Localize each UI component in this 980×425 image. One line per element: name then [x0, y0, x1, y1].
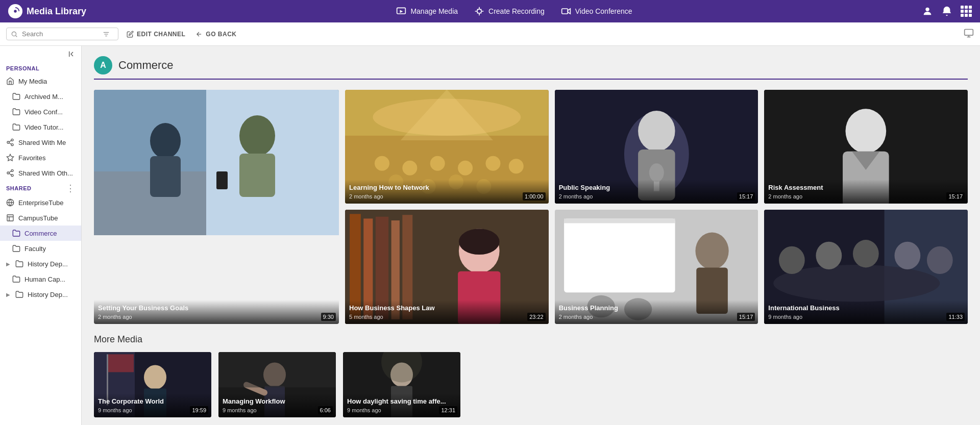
svg-point-57: [649, 163, 664, 182]
risk-video-title: Risk Assessment: [768, 184, 964, 192]
risk-video-age: 2 months ago: [768, 193, 964, 199]
shared-with-me-label: Shared With Me: [18, 139, 66, 146]
sidebar-collapse-button[interactable]: [0, 46, 81, 62]
go-back-button[interactable]: GO BACK: [195, 31, 236, 38]
featured-grid: Setting Your Business Goals 2 months ago…: [94, 90, 968, 324]
arrow-left-icon: [195, 31, 203, 38]
featured-video-overlay: Setting Your Business Goals 2 months ago: [94, 300, 339, 324]
featured-video-title: Setting Your Business Goals: [98, 304, 335, 313]
sidebar: PERSONAL My Media Archived M... Video Co…: [0, 46, 82, 425]
manage-media-button[interactable]: Manage Media: [396, 6, 458, 16]
create-recording-label: Create Recording: [488, 7, 545, 15]
user-icon[interactable]: [922, 6, 933, 17]
bell-icon[interactable]: [941, 6, 952, 17]
main-layout: PERSONAL My Media Archived M... Video Co…: [0, 46, 980, 425]
sidebar-item-human-cap[interactable]: Human Cap...: [0, 271, 81, 287]
svg-point-82: [816, 242, 842, 269]
svg-point-54: [638, 111, 675, 152]
svg-rect-4: [561, 9, 568, 14]
video-conf-label: Video Conf...: [24, 108, 63, 116]
svg-point-6: [12, 32, 16, 36]
sidebar-item-favorites[interactable]: Favorites: [0, 150, 81, 165]
building-icon: [6, 214, 14, 222]
star-icon: [6, 154, 14, 162]
video-conference-button[interactable]: Video Conference: [561, 6, 632, 16]
sidebar-item-shared-with-me[interactable]: Shared With Me: [0, 135, 81, 150]
svg-rect-29: [7, 215, 13, 221]
app-logo[interactable]: Media Library: [8, 4, 86, 18]
search-box[interactable]: [6, 28, 118, 40]
workflow-video-age: 9 months ago: [223, 407, 332, 413]
folder-icon: [15, 290, 23, 298]
sidebar-item-my-media[interactable]: My Media: [0, 73, 81, 89]
sidebar-item-history-dep2[interactable]: ▶ History Dep...: [0, 287, 81, 302]
main-content: A Commerce: [82, 46, 980, 425]
workflow-video-title: Managing Workflow: [223, 397, 332, 406]
favorites-label: Favorites: [18, 154, 45, 162]
video-learning-network[interactable]: Learning How to Network 2 months ago 1:0…: [345, 90, 549, 204]
search-input[interactable]: [22, 30, 99, 38]
sidebar-item-shared-other[interactable]: Shared With Oth...: [0, 165, 81, 181]
speaking-video-title: Public Speaking: [559, 184, 754, 192]
svg-point-88: [144, 365, 166, 389]
svg-point-70: [459, 229, 500, 255]
video-business-law[interactable]: How Business Shapes Law 5 months ago 23:…: [345, 210, 549, 323]
video-daylight-saving[interactable]: How daylight saving time affe... 9 month…: [343, 352, 460, 418]
featured-main-video[interactable]: Setting Your Business Goals 2 months ago…: [94, 90, 339, 324]
svg-point-22: [11, 169, 13, 171]
video-business-planning[interactable]: Business Planning 2 months ago 15:17: [555, 210, 758, 323]
grid-apps-icon[interactable]: [961, 6, 972, 17]
svg-point-41: [375, 156, 389, 171]
planning-video-duration: 15:17: [737, 313, 755, 321]
intl-video-title: International Business: [768, 304, 964, 313]
sidebar-item-history-dep1[interactable]: ▶ History Dep...: [0, 256, 81, 271]
svg-line-25: [9, 173, 12, 175]
my-media-label: My Media: [18, 78, 47, 85]
commerce-label: Commerce: [24, 230, 57, 237]
edit-channel-button[interactable]: EDIT CHANNEL: [127, 31, 185, 38]
sidebar-item-enterprise-tube[interactable]: EnterpriseTube: [0, 195, 81, 210]
sidebar-item-video-conf[interactable]: Video Conf...: [0, 104, 81, 119]
svg-line-7: [16, 35, 17, 37]
network-video-overlay: Learning How to Network 2 months ago: [345, 180, 549, 204]
svg-point-18: [11, 144, 13, 146]
channel-name: Commerce: [118, 59, 174, 72]
video-public-speaking[interactable]: Public Speaking 2 months ago 15:17: [555, 90, 758, 204]
video-intl-business[interactable]: International Business 9 months ago 11:3…: [764, 210, 968, 323]
svg-line-26: [9, 171, 12, 172]
sidebar-item-video-tutor[interactable]: Video Tutor...: [0, 119, 81, 135]
history-dep1-label: History Dep...: [28, 260, 68, 268]
edit-channel-label: EDIT CHANNEL: [137, 31, 185, 38]
svg-point-45: [485, 156, 500, 171]
topnav-center: Manage Media Create Recording Video Conf…: [107, 6, 922, 16]
svg-rect-12: [965, 29, 973, 35]
video-corporate-world[interactable]: The Corporate World 9 months ago 19:59: [94, 352, 211, 418]
thumb-row-2: How Business Shapes Law 5 months ago 23:…: [345, 210, 968, 323]
sidebar-item-commerce[interactable]: Commerce: [0, 226, 81, 241]
svg-marker-21: [7, 154, 13, 161]
sidebar-item-faculty[interactable]: Faculty: [0, 241, 81, 256]
svg-point-24: [11, 174, 13, 177]
svg-point-1: [14, 10, 16, 12]
home-icon: [6, 77, 14, 85]
folder-icon: [15, 260, 23, 268]
svg-rect-72: [564, 219, 675, 293]
network-video-title: Learning How to Network: [349, 184, 545, 192]
sidebar-item-campus-tube[interactable]: CampusTube: [0, 210, 81, 226]
video-risk-assessment[interactable]: Risk Assessment 2 months ago 15:17: [764, 90, 968, 204]
top-navigation: Media Library Manage Media Create Record…: [0, 0, 980, 22]
svg-point-35: [239, 115, 275, 156]
law-video-age: 5 months ago: [349, 314, 545, 320]
speaking-video-duration: 15:17: [737, 192, 755, 201]
shared-more-button[interactable]: ⋮: [66, 184, 75, 193]
workflow-video-duration: 6:06: [318, 406, 333, 414]
sidebar-item-archived[interactable]: Archived M...: [0, 89, 81, 104]
svg-rect-37: [216, 171, 228, 189]
speaking-video-age: 2 months ago: [559, 193, 754, 199]
svg-point-5: [925, 8, 929, 11]
video-managing-workflow[interactable]: Managing Workflow 9 months ago 6:06: [218, 352, 336, 418]
video-tutor-label: Video Tutor...: [24, 123, 63, 131]
more-media-grid: The Corporate World 9 months ago 19:59: [94, 352, 968, 418]
monitor-icon[interactable]: [964, 28, 974, 40]
create-recording-button[interactable]: Create Recording: [474, 6, 545, 16]
